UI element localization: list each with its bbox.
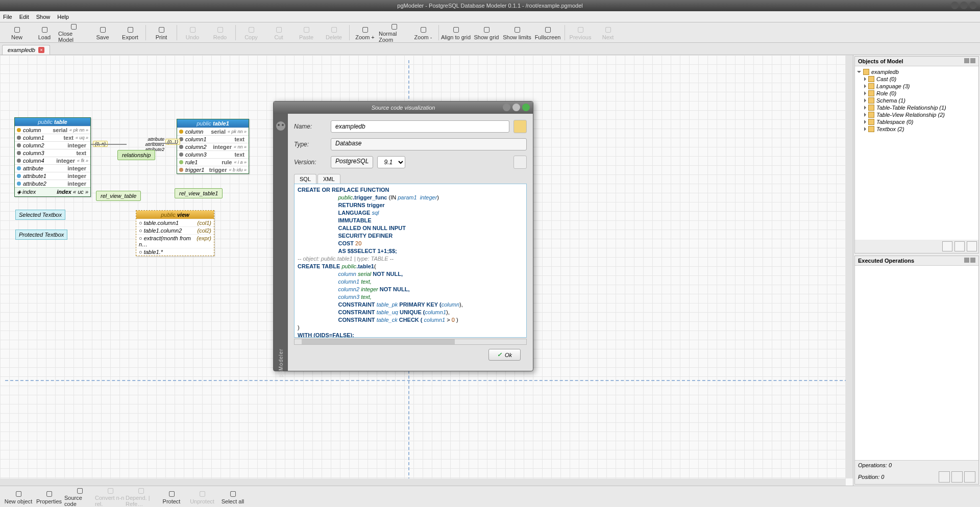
- ops-btn-2[interactable]: [951, 471, 963, 483]
- dialog-maximize-button[interactable]: [512, 104, 520, 111]
- show-limits-icon: ▢: [512, 24, 522, 34]
- main-toolbar: ▢New▢Load▢Close Model▢Save▢Export▢Print▢…: [0, 22, 980, 43]
- menu-show[interactable]: Show: [36, 14, 51, 20]
- ops-btn-1[interactable]: [939, 471, 950, 483]
- toolbar-normal-zoom[interactable]: ▢Normal Zoom: [379, 22, 409, 43]
- zoom-out-icon: ▢: [419, 24, 428, 34]
- model-tree[interactable]: exampledbCast (0)Language (3)Role (0)Sch…: [855, 66, 978, 240]
- panel-close-icon[interactable]: [970, 258, 975, 263]
- menu-help[interactable]: Help: [57, 14, 69, 20]
- status-operations: Operations: 0: [858, 462, 892, 468]
- redo-icon: ▢: [215, 24, 225, 34]
- bottombar-protect[interactable]: ▢Protect: [156, 487, 187, 507]
- sql-code-viewer[interactable]: CREATE OR REPLACE FUNCTION public.trigge…: [294, 184, 527, 338]
- tree-item[interactable]: Role (0): [856, 90, 977, 97]
- objects-panel: Objects of Model exampledbCast (0)Langua…: [854, 56, 979, 253]
- ops-btn-3[interactable]: [964, 471, 975, 483]
- canvas-scroll-vertical[interactable]: [846, 55, 853, 478]
- normal-zoom-icon: ▢: [389, 22, 399, 30]
- toolbar-export[interactable]: ▢Export: [116, 22, 144, 43]
- toolbar-print[interactable]: ▢Print: [148, 22, 175, 43]
- tree-item[interactable]: Table-Table Relationship (1): [856, 104, 977, 111]
- undo-icon: ▢: [188, 24, 197, 34]
- tree-item[interactable]: Textbox (2): [856, 125, 977, 133]
- maximize-button[interactable]: [960, 2, 968, 9]
- connector-line: [91, 144, 127, 145]
- bottombar-source-code[interactable]: ▢Source code: [64, 487, 95, 507]
- name-label: Name:: [294, 123, 327, 130]
- menu-edit[interactable]: Edit: [19, 14, 29, 20]
- tree-item[interactable]: Cast (0): [856, 75, 977, 83]
- tree-item[interactable]: Language (3): [856, 83, 977, 90]
- toolbar-load[interactable]: ▢Load: [31, 22, 58, 43]
- textbox-protected[interactable]: Protected Textbox: [15, 230, 67, 240]
- tree-tool-3[interactable]: [967, 241, 977, 251]
- type-value: Database: [331, 138, 527, 150]
- diagram-view-public-view[interactable]: public view○ table.column1(col1)○ table1…: [136, 210, 214, 256]
- bottombar-unprotect: ▢Unprotect: [187, 487, 217, 507]
- panel-close-icon[interactable]: [970, 58, 975, 63]
- panel-min-icon[interactable]: [964, 58, 969, 63]
- tab-sql[interactable]: SQL: [294, 174, 316, 184]
- depend-icon: ▢: [136, 486, 145, 494]
- toolbar-zoom-out[interactable]: ▢Zoom -: [409, 22, 437, 43]
- toolbar-show-grid[interactable]: ▢Show grid: [471, 22, 502, 43]
- tree-root[interactable]: exampledb: [856, 68, 977, 75]
- database-icon: [513, 120, 527, 133]
- previous-icon: ▢: [576, 24, 585, 34]
- operations-panel: Executed Operations Operations: 0 Positi…: [854, 256, 979, 485]
- sql-file-icon[interactable]: [513, 156, 527, 169]
- svg-point-0: [276, 121, 285, 131]
- tree-item[interactable]: Tablespace (0): [856, 118, 977, 125]
- toolbar-fullscreen[interactable]: ▢Fullscreen: [532, 22, 563, 43]
- tree-tool-1[interactable]: [942, 241, 952, 251]
- toolbar-close-model[interactable]: ▢Close Model: [58, 22, 89, 43]
- panel-min-icon[interactable]: [964, 258, 969, 263]
- name-input[interactable]: [331, 120, 509, 133]
- load-icon: ▢: [40, 24, 49, 34]
- type-label: Type:: [294, 141, 327, 148]
- menu-file[interactable]: File: [3, 14, 12, 20]
- protect-icon: ▢: [167, 489, 176, 498]
- relationship-label[interactable]: relationship: [117, 150, 155, 160]
- tree-item[interactable]: Table-View Relationship (2): [856, 111, 977, 118]
- tree-tool-2[interactable]: [954, 241, 965, 251]
- convert-icon: ▢: [106, 486, 115, 494]
- align-grid-icon: ▢: [451, 24, 460, 34]
- toolbar-paste: ▢Paste: [292, 22, 320, 43]
- canvas-scroll-horizontal[interactable]: [0, 478, 846, 486]
- diagram-table-public-table[interactable]: public tablecolumn serial« pk nn »column…: [14, 117, 91, 197]
- bottombar-select-all[interactable]: ▢Select all: [217, 487, 248, 507]
- toolbar-align-grid[interactable]: ▢Align to grid: [440, 22, 471, 43]
- delete-icon: ▢: [329, 24, 338, 34]
- bottombar-properties[interactable]: ▢Properties: [34, 487, 64, 507]
- dialog-minimize-button[interactable]: [503, 104, 510, 111]
- textbox-selected[interactable]: Selected Textbox: [15, 210, 65, 220]
- code-scroll-horizontal[interactable]: [294, 339, 527, 345]
- ok-button[interactable]: ✓Ok: [488, 349, 521, 361]
- tab-xml[interactable]: XML: [317, 174, 340, 184]
- paste-icon: ▢: [302, 24, 311, 34]
- rel-view-table1-label[interactable]: rel_view_table1: [175, 188, 223, 198]
- operations-panel-title: Executed Operations: [858, 258, 914, 264]
- bottombar-new-object[interactable]: ▢New object: [3, 487, 34, 507]
- toolbar-save[interactable]: ▢Save: [89, 22, 116, 43]
- objects-panel-title: Objects of Model: [858, 58, 903, 64]
- toolbar-show-limits[interactable]: ▢Show limits: [502, 22, 532, 43]
- rel-view-table-label[interactable]: rel_view_table: [96, 191, 141, 201]
- diagram-table-public-table1[interactable]: public table1column serial« pk nn »colum…: [177, 119, 249, 174]
- toolbar-new[interactable]: ▢New: [3, 22, 31, 43]
- version-software: PostgreSQL: [331, 156, 373, 168]
- dialog-close-button[interactable]: [522, 104, 530, 111]
- close-tab-icon[interactable]: ×: [38, 47, 44, 53]
- toolbar-previous: ▢Previous: [567, 22, 594, 43]
- close-button[interactable]: [969, 2, 977, 9]
- tree-item[interactable]: Schema (1): [856, 97, 977, 104]
- window-titlebar: pgModeler - PostgreSQL Database Modeler …: [0, 0, 980, 11]
- minimize-button[interactable]: [951, 2, 959, 9]
- model-tab-exampledb[interactable]: exampledb ×: [2, 45, 50, 55]
- page-limit-horizontal: [5, 380, 848, 381]
- svg-point-1: [278, 124, 280, 126]
- toolbar-zoom-in[interactable]: ▢Zoom +: [351, 22, 379, 43]
- version-select[interactable]: 9.1: [377, 156, 405, 168]
